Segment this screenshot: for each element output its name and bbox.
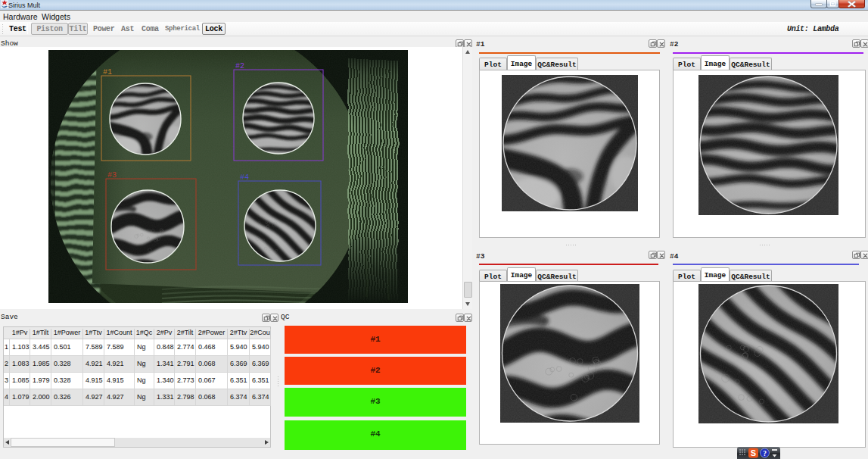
svg-text:S: S [751,448,756,457]
svg-text:?: ? [763,450,767,457]
